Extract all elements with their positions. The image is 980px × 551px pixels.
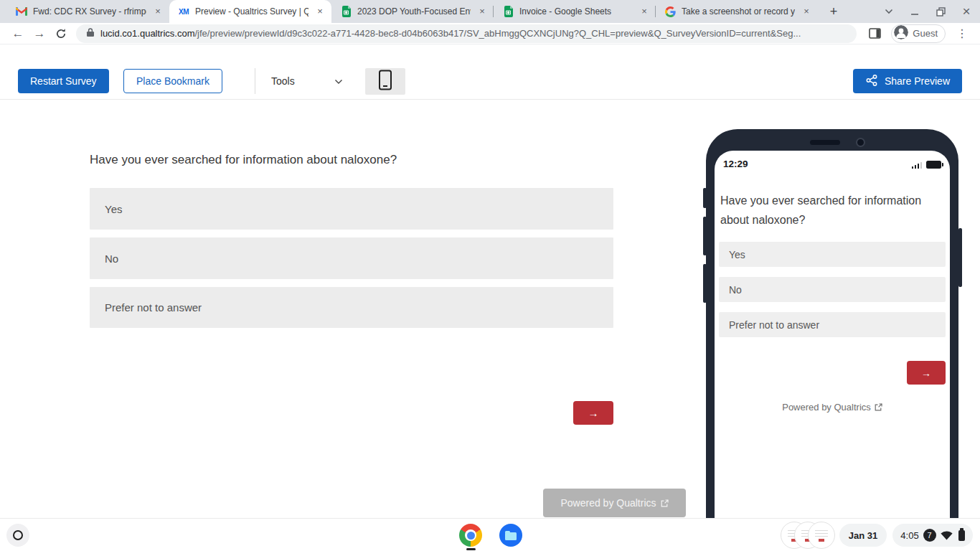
chevron-down-icon <box>334 75 343 87</box>
clock: 4:05 <box>900 530 918 541</box>
next-button[interactable]: → <box>573 401 613 425</box>
phone-side-button <box>703 217 707 255</box>
share-icon <box>865 74 878 89</box>
lock-icon <box>86 27 95 40</box>
place-bookmark-button[interactable]: Place Bookmark <box>123 69 222 93</box>
gmail-icon <box>16 6 27 17</box>
tab-title: Preview - Qualtrics Survey | Qu <box>195 6 308 17</box>
avatar <box>894 25 908 42</box>
battery-icon <box>958 530 965 541</box>
forward-icon[interactable]: → <box>29 24 50 43</box>
google-icon <box>664 6 676 17</box>
window-controls: × <box>880 0 976 23</box>
minimize-icon[interactable] <box>905 2 924 21</box>
answer-option-yes[interactable]: Yes <box>90 188 613 230</box>
close-icon[interactable]: × <box>476 6 488 17</box>
mobile-view-toggle[interactable] <box>365 68 405 95</box>
powered-by-label: Powered by Qualtrics <box>782 402 871 413</box>
side-panel-icon[interactable] <box>864 24 885 43</box>
close-icon[interactable]: × <box>152 6 164 17</box>
chevron-down-icon[interactable] <box>880 2 898 21</box>
profile-label: Guest <box>913 28 938 39</box>
external-link-icon <box>661 499 669 507</box>
date-pill[interactable]: Jan 31 <box>839 524 887 547</box>
phone-camera <box>856 138 865 147</box>
option-label: Prefer not to answer <box>729 319 819 331</box>
preview-header: Restart Survey Place Bookmark Tools Shar… <box>0 44 980 100</box>
mobile-device-icon <box>378 70 392 93</box>
option-label: No <box>729 284 742 296</box>
battery-icon <box>926 161 941 169</box>
tools-label: Tools <box>271 75 295 87</box>
powered-by-qualtrics[interactable]: Powered by Qualtrics <box>543 489 686 517</box>
tab-title: Invoice - Google Sheets <box>519 6 633 17</box>
phone-power-button <box>958 228 962 287</box>
chrome-icon[interactable] <box>459 524 482 547</box>
restart-survey-button[interactable]: Restart Survey <box>18 69 109 93</box>
new-tab-button[interactable]: + <box>824 1 844 22</box>
divider <box>255 68 255 94</box>
phone-speaker <box>810 140 840 145</box>
tools-dropdown[interactable]: Tools <box>271 69 343 93</box>
notification-badge: 7 <box>923 529 936 542</box>
phone-screen: 12:29 Have you ever searched for informa… <box>715 151 950 551</box>
reload-icon[interactable] <box>50 24 72 43</box>
url-text: lucid.co1.qualtrics.com/jfe/preview/prev… <box>100 28 801 39</box>
share-label: Share Preview <box>885 75 950 87</box>
folder-icon <box>505 532 517 540</box>
xm-icon: XM <box>178 6 189 17</box>
tab-strip: Fwd: CDC RX Survey - rfrimpon × XM Previ… <box>0 0 980 23</box>
option-label: Yes <box>729 249 745 260</box>
launcher-icon <box>13 530 23 540</box>
close-icon[interactable]: × <box>314 6 326 17</box>
back-icon[interactable]: ← <box>7 24 29 43</box>
signal-icon <box>912 162 923 169</box>
shelf: Jan 31 4:05 7 <box>0 518 980 551</box>
active-app-indicator <box>466 548 476 550</box>
answer-option-no[interactable]: No <box>719 277 946 302</box>
next-button[interactable]: → <box>907 361 946 385</box>
answer-option-no[interactable]: No <box>90 237 613 279</box>
phone-status-time: 12:29 <box>723 159 748 169</box>
share-preview-button[interactable]: Share Preview <box>853 69 962 93</box>
powered-by-label: Powered by Qualtrics <box>560 497 656 509</box>
phone-status-icons <box>912 161 942 169</box>
phone-side-button <box>703 264 707 303</box>
option-label: No <box>105 253 118 265</box>
question-text: Have you ever searched for information a… <box>720 191 937 230</box>
tab-sheets-invoice[interactable]: Invoice - Google Sheets × <box>494 0 656 23</box>
question-text: Have you ever searched for information a… <box>90 153 397 167</box>
restore-icon[interactable] <box>931 2 950 21</box>
tab-title: Fwd: CDC RX Survey - rfrimpon <box>33 6 146 17</box>
screenshot-thumbnail[interactable] <box>808 522 835 549</box>
tab-qualtrics-preview[interactable]: XM Preview - Qualtrics Survey | Qu × <box>169 0 331 23</box>
files-app-icon[interactable] <box>499 524 522 547</box>
tote-screenshots[interactable] <box>781 522 837 549</box>
close-icon[interactable]: × <box>639 6 650 17</box>
wifi-icon <box>941 531 953 540</box>
tab-gmail[interactable]: Fwd: CDC RX Survey - rfrimpon × <box>7 0 169 23</box>
powered-by-qualtrics[interactable]: Powered by Qualtrics <box>715 402 950 413</box>
close-icon[interactable]: × <box>801 6 812 17</box>
sheets-icon <box>340 6 352 17</box>
browser-toolbar: ← → lucid.co1.qualtrics.com/jfe/preview/… <box>0 23 980 44</box>
answer-option-yes[interactable]: Yes <box>719 242 946 267</box>
address-bar[interactable]: lucid.co1.qualtrics.com/jfe/preview/prev… <box>76 24 857 43</box>
tab-screenshot-help[interactable]: Take a screenshot or record yo × <box>656 0 818 23</box>
status-tray[interactable]: 4:05 7 <box>892 524 973 547</box>
phone-mockup: 12:29 Have you ever searched for informa… <box>706 129 958 551</box>
kebab-menu-icon[interactable]: ⋮ <box>951 24 973 43</box>
sheets-icon <box>502 6 514 17</box>
option-label: Prefer not to answer <box>105 301 202 314</box>
answer-option-prefer-not[interactable]: Prefer not to answer <box>90 287 613 328</box>
tab-title: 2023 DOP Youth-Focused Env <box>357 6 471 17</box>
option-label: Yes <box>105 203 122 215</box>
tab-sheets-dop[interactable]: 2023 DOP Youth-Focused Env × <box>331 0 494 23</box>
tab-title: Take a screenshot or record yo <box>682 6 795 17</box>
external-link-icon <box>875 403 882 411</box>
launcher-button[interactable] <box>6 524 29 547</box>
answer-option-prefer-not[interactable]: Prefer not to answer <box>719 312 946 337</box>
phone-side-button <box>703 188 707 208</box>
profile-button[interactable]: Guest <box>891 24 946 43</box>
close-window-icon[interactable]: × <box>957 2 976 21</box>
